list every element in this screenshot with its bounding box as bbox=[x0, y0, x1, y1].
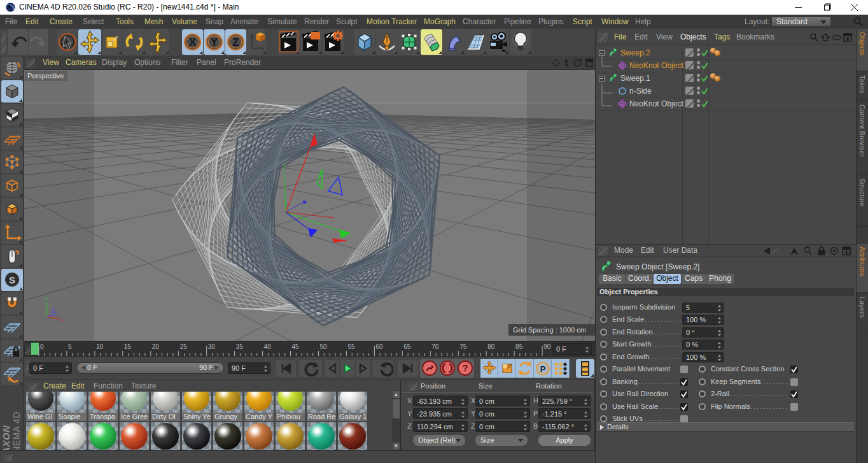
svg-text:70: 70 bbox=[431, 343, 439, 350]
svg-text:85: 85 bbox=[515, 343, 523, 350]
svg-text:30: 30 bbox=[208, 343, 216, 350]
svg-text:90: 90 bbox=[543, 343, 551, 350]
svg-text:35: 35 bbox=[236, 343, 244, 350]
svg-text:X: X bbox=[60, 318, 64, 324]
svg-text:80: 80 bbox=[487, 343, 495, 350]
svg-text:Y: Y bbox=[45, 296, 48, 302]
svg-text:60: 60 bbox=[375, 343, 383, 350]
svg-text:Grid Spacing : 1000 cm: Grid Spacing : 1000 cm bbox=[513, 326, 586, 334]
svg-text:5: 5 bbox=[68, 343, 72, 350]
svg-text:10: 10 bbox=[96, 343, 104, 350]
svg-text:15: 15 bbox=[124, 343, 132, 350]
svg-text:Z: Z bbox=[233, 37, 239, 48]
svg-text:50: 50 bbox=[320, 343, 328, 350]
svg-text:65: 65 bbox=[403, 343, 411, 350]
svg-text:55: 55 bbox=[347, 343, 355, 350]
svg-text:75: 75 bbox=[459, 343, 467, 350]
svg-text:Perspective: Perspective bbox=[27, 72, 64, 80]
svg-text:Y: Y bbox=[211, 37, 218, 48]
svg-text:Z: Z bbox=[52, 307, 55, 313]
svg-text:P: P bbox=[540, 364, 546, 374]
svg-text:S: S bbox=[9, 274, 15, 285]
svg-text:25: 25 bbox=[180, 343, 188, 350]
svg-text:?: ? bbox=[462, 362, 468, 373]
svg-text:45: 45 bbox=[292, 343, 300, 350]
svg-text:X: X bbox=[189, 37, 196, 48]
svg-text:20: 20 bbox=[152, 343, 160, 350]
svg-text:0: 0 bbox=[40, 343, 44, 350]
svg-text:40: 40 bbox=[264, 343, 272, 350]
